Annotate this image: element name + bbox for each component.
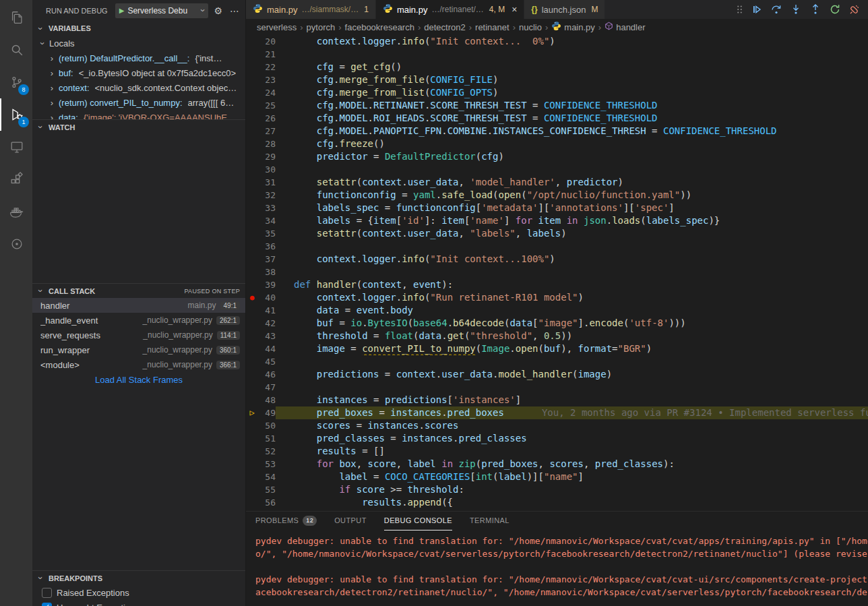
line-number: 53: [258, 458, 276, 471]
breakpoint-icon[interactable]: ●: [246, 291, 258, 304]
step-over-icon[interactable]: [771, 4, 782, 15]
code-text: context.logger.info("Init context...100%…: [276, 253, 868, 266]
line-number: 32: [258, 189, 276, 202]
editor-area: main.py…/siammask/…1main.py…/retinanet/……: [246, 0, 868, 606]
code-text: cfg.MODEL.RETINANET.SCORE_THRESH_TEST = …: [276, 99, 868, 112]
chevron-down-icon: ›: [36, 122, 45, 133]
watch-section-header[interactable]: › WATCH: [32, 119, 245, 134]
breakpoint-row[interactable]: Raised Exceptions: [32, 585, 245, 600]
breadcrumb-item[interactable]: serverless: [257, 22, 297, 32]
gutter: [246, 496, 258, 509]
code-text: predictor = DefaultPredictor(cfg): [276, 150, 868, 163]
call-stack-section-header[interactable]: › CALL STACK PAUSED ON STEP: [32, 283, 245, 298]
stack-frame[interactable]: <module>_nuclio_wrapper.py366:1: [32, 357, 245, 372]
gutter: [246, 48, 258, 61]
breadcrumb-item[interactable]: facebookresearch: [345, 22, 414, 32]
debug-console-output[interactable]: pydev debugger: unable to find translati…: [246, 531, 868, 606]
gutter: [246, 125, 258, 138]
code-text: context.logger.info("Init context... 0%"…: [276, 35, 868, 48]
panel-tab-output[interactable]: OUTPUT: [334, 512, 367, 531]
code-line: 31 setattr(context.user_data, 'model_han…: [246, 176, 868, 189]
panel-tab-problems[interactable]: PROBLEMS12: [255, 512, 317, 531]
breadcrumb-label: handler: [616, 22, 645, 32]
gutter: [246, 227, 258, 240]
load-all-stack-frames-link[interactable]: Load All Stack Frames: [32, 372, 245, 388]
tab-decoration: 4, M: [489, 5, 505, 14]
panel-tab-debug-console[interactable]: DEBUG CONSOLE: [384, 512, 452, 531]
line-number: 26: [258, 112, 276, 125]
activity-docker[interactable]: [0, 195, 32, 228]
chevron-right-icon: ›: [47, 84, 57, 92]
breadcrumb-item[interactable]: handler: [604, 22, 645, 32]
panel-tab-terminal[interactable]: TERMINAL: [470, 512, 509, 531]
gutter: [246, 355, 258, 368]
gutter: [246, 368, 258, 381]
activity-remote-explorer[interactable]: [0, 131, 32, 163]
tab-launch-json[interactable]: {}launch.jsonM: [524, 0, 605, 19]
console-line: pydev debugger: unable to find translati…: [255, 535, 868, 547]
code-text: [276, 163, 868, 176]
breadcrumb-label: main.py: [564, 22, 595, 32]
close-icon[interactable]: ×: [512, 4, 517, 15]
checkbox[interactable]: [42, 588, 52, 598]
line-number: 22: [258, 61, 276, 73]
restart-icon[interactable]: [830, 4, 840, 15]
code-text: context.logger.info("Run retinanet-R101 …: [276, 291, 868, 304]
line-number: 27: [258, 125, 276, 138]
stack-frame[interactable]: handlermain.py49:1: [32, 298, 245, 313]
activity-explorer[interactable]: [0, 1, 32, 34]
code-text: functionconfig = yaml.safe_load(open("/o…: [276, 189, 868, 202]
step-into-icon[interactable]: [790, 4, 801, 15]
breadcrumb-item[interactable]: detectron2: [424, 22, 465, 32]
scope-locals[interactable]: › Locals: [32, 36, 245, 51]
variable-row[interactable]: ›data:{'image': 'iVBOR-OXG=AAAANSUhE…: [32, 110, 245, 119]
gutter: [246, 445, 258, 458]
scope-label: Locals: [49, 38, 75, 49]
stack-frame[interactable]: run_wrapper_nuclio_wrapper.py360:1: [32, 342, 245, 357]
code-line: 27 cfg.MODEL.PANOPTIC_FPN.COMBINE.INSTAN…: [246, 125, 868, 138]
stack-frame[interactable]: _handle_event_nuclio_wrapper.py262:1: [32, 313, 245, 328]
frame-line-badge: 360:1: [216, 346, 240, 355]
activity-extensions[interactable]: [0, 163, 32, 195]
tab-main-py[interactable]: main.py…/retinanet/…4, M×: [376, 0, 524, 19]
tab-main-py[interactable]: main.py…/siammask/…1: [246, 0, 376, 19]
activity-search[interactable]: [0, 34, 32, 66]
variable-row[interactable]: ›buf:<_io.BytesIO object at 0x7f5a2dc1ec…: [32, 65, 245, 80]
more-actions-icon[interactable]: ⋯: [228, 5, 241, 16]
frame-line-badge: 366:1: [216, 361, 240, 369]
code-line: 46 predictions = context.user_data.model…: [246, 368, 868, 381]
activity-record[interactable]: [0, 228, 32, 260]
continue-icon[interactable]: [751, 4, 762, 15]
stack-frame[interactable]: serve_requests_nuclio_wrapper.py114:1: [32, 328, 245, 342]
variable-row[interactable]: ›context:<nuclio_sdk.context.Context obj…: [32, 80, 245, 95]
breadcrumb-item[interactable]: nuclio: [519, 22, 542, 32]
code-text: setattr(context.user_data, "labels", lab…: [276, 227, 868, 240]
variable-row[interactable]: ›(return) convert_PIL_to_numpy:array([[[…: [32, 95, 245, 110]
launch-config-dropdown[interactable]: ▶ Serverless Debu ›: [115, 3, 209, 18]
drag-handle-icon[interactable]: [737, 4, 743, 15]
watch-title: WATCH: [49, 123, 75, 131]
checkbox[interactable]: [42, 603, 52, 606]
step-out-icon[interactable]: [810, 4, 821, 15]
breadcrumb-item[interactable]: pytorch: [307, 22, 336, 32]
code-editor[interactable]: 20 context.logger.info("Init context... …: [246, 35, 868, 511]
breakpoints-section-header[interactable]: › BREAKPOINTS: [32, 570, 245, 585]
variable-row[interactable]: ›(return) DefaultPredictor.__call__:{'in…: [32, 51, 245, 65]
variable-name: context:: [59, 83, 90, 93]
code-line: 42 buf = io.BytesIO(base64.b64decode(dat…: [246, 317, 868, 330]
variables-section-header[interactable]: › VARIABLES: [32, 21, 245, 36]
breadcrumb-item[interactable]: retinanet: [475, 22, 509, 32]
code-line: 37 context.logger.info("Init context...1…: [246, 253, 868, 266]
line-number: 42: [258, 317, 276, 330]
breakpoint-row[interactable]: Uncaught Exceptions: [32, 600, 245, 606]
activity-run-and-debug[interactable]: 1: [0, 98, 32, 131]
breadcrumb-item[interactable]: main.py: [551, 21, 595, 33]
activity-source-control[interactable]: 8: [0, 66, 32, 98]
gutter: [246, 342, 258, 355]
gear-icon[interactable]: ⚙: [212, 5, 224, 16]
disconnect-icon[interactable]: [849, 4, 860, 15]
code-line: 52 results = []: [246, 445, 868, 458]
gutter: [246, 432, 258, 445]
start-debugging-icon[interactable]: ▶: [119, 7, 125, 14]
line-number: 21: [258, 48, 276, 61]
